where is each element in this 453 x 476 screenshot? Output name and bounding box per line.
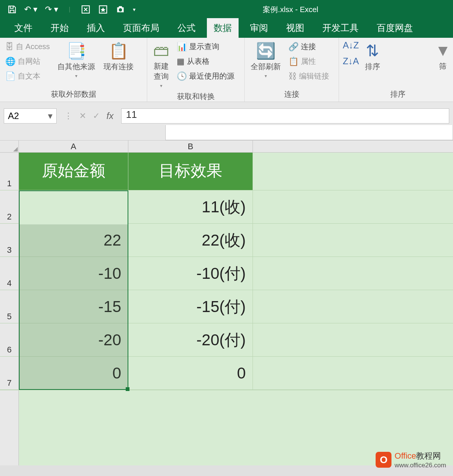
row-header[interactable]: 4 — [0, 257, 19, 290]
cell[interactable]: 11(收) — [128, 190, 253, 223]
cell[interactable]: -20(付) — [128, 323, 253, 356]
refresh-icon: 🔄 — [256, 42, 276, 60]
watermark-logo-icon: O — [376, 452, 391, 468]
camera-icon[interactable] — [116, 5, 125, 14]
ribbon-content: 🗄自 Access 🌐自网站 📄自文本 📑自其他来源▾ 📋现有连接 获取外部数据… — [0, 38, 453, 102]
quick-access-toolbar: ↶ ▾ ↷ ▾ | ▾ — [8, 5, 136, 14]
header-cell-b[interactable]: 目标效果 — [128, 153, 253, 190]
cell[interactable]: -15(付) — [128, 290, 253, 323]
qat-customize-icon[interactable]: ▾ — [133, 6, 136, 12]
name-box-value: A2 — [8, 111, 19, 121]
tab-insert[interactable]: 插入 — [80, 18, 112, 38]
row-header[interactable]: 3 — [0, 224, 19, 257]
table-row: 5 -15 -15(付) — [0, 290, 453, 323]
column-header-a[interactable]: A — [19, 141, 128, 152]
cell[interactable]: 22 — [19, 224, 128, 257]
column-header-b[interactable]: B — [128, 141, 253, 152]
formula-bar: A2 ▾ ⋮ ✕ ✓ fx 11 — [0, 107, 453, 125]
filter-icon: ▼ — [435, 42, 451, 60]
refresh-all-button[interactable]: 🔄全部刷新▾ — [248, 40, 283, 80]
from-text-button[interactable]: 📄自文本 — [4, 70, 51, 83]
formula-dots-icon: ⋮ — [64, 111, 72, 121]
table-row: 4 -10 -10(付) — [0, 257, 453, 290]
spreadsheet-grid[interactable]: A B 1 原始金额 目标效果 2 11 11(收) 3 22 22(收) 4 … — [0, 141, 453, 465]
properties-icon: 📋 — [288, 57, 299, 66]
show-queries-button[interactable]: 📊显示查询 — [175, 40, 236, 53]
tab-view[interactable]: 视图 — [279, 18, 311, 38]
sort-icon: ⇅ — [366, 42, 379, 60]
new-query-icon: 🗃 — [153, 42, 169, 60]
redo-icon[interactable]: ↷ ▾ — [45, 5, 58, 14]
recent-icon: 🕓 — [177, 71, 187, 81]
recent-sources-button[interactable]: 🕓最近使用的源 — [175, 70, 236, 83]
cancel-icon[interactable]: ✕ — [79, 111, 86, 121]
watermark-brand: Office — [394, 451, 416, 461]
from-access-button[interactable]: 🗄自 Access — [4, 40, 51, 53]
from-other-button[interactable]: 📑自其他来源▾ — [55, 40, 97, 80]
fx-icon[interactable]: fx — [106, 111, 114, 121]
tab-baidu[interactable]: 百度网盘 — [370, 18, 420, 38]
web-icon: 🌐 — [5, 57, 15, 66]
connections-icon: 🔗 — [288, 42, 299, 52]
save-icon[interactable] — [8, 5, 17, 14]
connections-button[interactable]: 🔗连接 — [287, 40, 331, 53]
cell[interactable] — [253, 323, 453, 356]
row-header[interactable]: 2 — [0, 190, 19, 223]
ribbon-group-get-transform: 🗃新建 查询▾ 📊显示查询 ▦从表格 🕓最近使用的源 获取和转换 — [147, 38, 245, 102]
cell[interactable]: -15 — [19, 290, 128, 323]
tab-data[interactable]: 数据 — [207, 18, 239, 38]
from-table-icon: ▦ — [177, 57, 185, 66]
chevron-down-icon[interactable]: ▾ — [48, 111, 52, 121]
tab-home[interactable]: 开始 — [44, 18, 76, 38]
cell[interactable] — [253, 153, 453, 190]
cell[interactable] — [253, 190, 453, 223]
cell[interactable]: -20 — [19, 323, 128, 356]
select-all-corner[interactable] — [0, 141, 19, 152]
cell[interactable] — [253, 257, 453, 290]
tab-review[interactable]: 审阅 — [243, 18, 275, 38]
cell[interactable]: -10 — [19, 257, 128, 290]
enter-icon[interactable]: ✓ — [93, 111, 100, 121]
filter-button[interactable]: ▼筛 — [433, 40, 453, 73]
cell[interactable]: 0 — [128, 357, 253, 389]
tab-pagelayout[interactable]: 页面布局 — [116, 18, 166, 38]
from-web-button[interactable]: 🌐自网站 — [4, 55, 51, 68]
svg-marker-2 — [101, 8, 106, 12]
existing-conn-icon: 📋 — [109, 42, 128, 60]
edit-links-button[interactable]: ⛓编辑链接 — [287, 70, 331, 83]
properties-button[interactable]: 📋属性 — [287, 55, 331, 68]
sort-desc-icon[interactable]: Z↓A — [343, 56, 359, 66]
existing-connections-button[interactable]: 📋现有连接 — [101, 40, 136, 73]
from-table-button[interactable]: ▦从表格 — [175, 55, 236, 68]
name-box[interactable]: A2 ▾ — [4, 108, 57, 124]
tab-formulas[interactable]: 公式 — [171, 18, 202, 38]
sort-button[interactable]: ⇅排序 — [363, 40, 382, 73]
cell[interactable]: -10(付) — [128, 257, 253, 290]
group-label: 排序 — [343, 88, 453, 99]
cell[interactable]: 22(收) — [128, 224, 253, 257]
ribbon-group-connections: 🔄全部刷新▾ 🔗连接 📋属性 ⛓编辑链接 连接 — [245, 38, 339, 102]
sort-asc-icon[interactable]: A↓Z — [343, 40, 359, 51]
undo-icon[interactable]: ↶ ▾ — [24, 5, 37, 14]
cell[interactable] — [253, 357, 453, 389]
access-icon: 🗄 — [5, 42, 14, 52]
qat-custom2-icon[interactable] — [98, 5, 108, 14]
qat-custom1-icon[interactable] — [81, 5, 91, 14]
row-header[interactable]: 1 — [0, 153, 19, 190]
new-query-button[interactable]: 🗃新建 查询▾ — [151, 40, 171, 90]
cell[interactable]: 0 — [19, 357, 128, 389]
ribbon-group-sort: A↓Z Z↓A ⇅排序 ▼筛 排序 — [339, 38, 453, 102]
formula-input[interactable]: 11 — [121, 108, 449, 124]
row-header[interactable]: 7 — [0, 357, 19, 389]
cell[interactable]: 11 — [19, 190, 128, 223]
tab-developer[interactable]: 开发工具 — [316, 18, 365, 38]
tab-file[interactable]: 文件 — [8, 18, 39, 38]
cell[interactable] — [253, 290, 453, 323]
header-cell-a[interactable]: 原始金额 — [19, 153, 128, 190]
column-header-rest[interactable] — [253, 141, 453, 152]
row-header[interactable]: 5 — [0, 290, 19, 323]
cell[interactable] — [253, 224, 453, 257]
svg-point-3 — [119, 8, 122, 12]
row-header[interactable]: 6 — [0, 323, 19, 356]
edit-links-icon: ⛓ — [288, 71, 297, 81]
